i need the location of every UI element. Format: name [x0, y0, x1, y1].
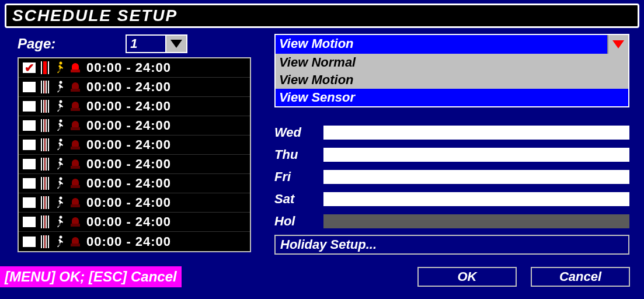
window-title: SCHEDULE SETUP — [5, 4, 639, 28]
day-bar[interactable] — [323, 126, 629, 140]
svg-point-2 — [60, 100, 62, 103]
motion-icon — [54, 196, 67, 210]
schedule-time: 00:00 - 24:00 — [86, 79, 171, 95]
motion-icon — [54, 138, 67, 152]
schedule-time: 00:00 - 24:00 — [86, 137, 171, 152]
svg-point-3 — [60, 120, 62, 123]
schedule-row[interactable]: 00:00 - 24:00 — [19, 97, 250, 116]
film-icon — [39, 61, 51, 75]
ok-button[interactable]: OK — [417, 267, 517, 287]
view-option[interactable]: View Normal — [276, 54, 628, 71]
schedule-row[interactable]: 00:00 - 24:00 — [19, 135, 250, 155]
view-option[interactable]: View Sensor — [276, 89, 628, 106]
day-row: Fri — [274, 166, 629, 188]
schedule-checkbox[interactable] — [22, 81, 36, 93]
svg-point-7 — [60, 197, 62, 200]
day-row: Sat — [274, 188, 629, 210]
svg-point-5 — [60, 158, 62, 161]
schedule-row[interactable]: 00:00 - 24:00 — [19, 193, 250, 213]
hint-text: [MENU] OK; [ESC] Cancel — [0, 266, 182, 287]
sensor-icon — [69, 61, 82, 75]
schedule-checkbox[interactable] — [22, 197, 36, 208]
schedule-row[interactable]: 00:00 - 24:00 — [19, 174, 250, 193]
svg-point-6 — [60, 178, 62, 180]
sensor-icon — [69, 99, 82, 113]
schedule-time: 00:00 - 24:00 — [86, 157, 171, 172]
schedule-row[interactable]: 00:00 - 24:00 — [19, 213, 250, 232]
schedule-checkbox[interactable] — [22, 120, 36, 131]
svg-point-4 — [60, 139, 62, 142]
day-bar[interactable] — [323, 148, 629, 162]
sensor-icon — [69, 119, 82, 133]
schedule-row[interactable]: 00:00 - 24:00 — [19, 116, 250, 135]
holiday-setup-button[interactable]: Holiday Setup... — [274, 235, 629, 255]
page-value: 1 — [126, 34, 166, 53]
view-option[interactable]: View Motion — [276, 71, 628, 89]
chevron-down-icon — [612, 40, 624, 48]
schedule-row[interactable]: 00:00 - 24:00 — [19, 232, 250, 251]
film-icon — [39, 80, 51, 94]
right-panel: View Motion View NormalView MotionView S… — [274, 34, 631, 252]
left-panel: Page: 1 ✔00:00 - 24:0000:00 - 24:0000:00… — [18, 34, 251, 252]
view-options-list: View NormalView MotionView Sensor — [276, 54, 628, 106]
schedule-checkbox[interactable] — [22, 178, 36, 189]
cancel-button[interactable]: Cancel — [531, 267, 630, 287]
day-label: Wed — [274, 125, 309, 140]
film-icon — [39, 99, 51, 113]
motion-icon — [54, 215, 67, 229]
sensor-icon — [69, 138, 82, 152]
sensor-icon — [69, 235, 82, 249]
schedule-checkbox[interactable] — [22, 139, 36, 151]
svg-point-1 — [60, 81, 62, 84]
schedule-list: ✔00:00 - 24:0000:00 - 24:0000:00 - 24:00… — [18, 57, 251, 252]
day-bar[interactable] — [323, 170, 629, 184]
film-icon — [39, 196, 51, 210]
schedule-checkbox[interactable]: ✔ — [22, 62, 36, 74]
day-grid: WedThuFriSatHol — [274, 121, 629, 232]
view-dropdown-button[interactable] — [607, 35, 628, 54]
schedule-checkbox[interactable] — [22, 216, 36, 228]
schedule-time: 00:00 - 24:00 — [86, 118, 171, 133]
motion-icon — [54, 61, 67, 75]
page-label: Page: — [18, 36, 55, 52]
schedule-checkbox[interactable] — [22, 236, 36, 248]
schedule-checkbox[interactable] — [22, 100, 36, 112]
schedule-row[interactable]: ✔00:00 - 24:00 — [19, 58, 250, 78]
sensor-icon — [69, 196, 82, 210]
motion-icon — [54, 119, 67, 133]
motion-icon — [54, 99, 67, 113]
page-select[interactable]: 1 — [126, 34, 187, 53]
motion-icon — [54, 235, 67, 249]
schedule-time: 00:00 - 24:00 — [86, 234, 171, 249]
schedule-time: 00:00 - 24:00 — [86, 60, 171, 75]
day-label: Fri — [274, 169, 309, 185]
svg-point-9 — [60, 235, 62, 238]
sensor-icon — [69, 176, 82, 190]
motion-icon — [54, 80, 67, 94]
chevron-down-icon — [170, 40, 182, 48]
sensor-icon — [69, 157, 82, 171]
sensor-icon — [69, 80, 82, 94]
page-dropdown-button[interactable] — [166, 34, 187, 53]
film-icon — [39, 119, 51, 133]
day-row: Thu — [274, 144, 629, 166]
day-label: Hol — [274, 214, 309, 229]
view-dropdown[interactable]: View Motion View NormalView MotionView S… — [274, 34, 629, 107]
day-bar[interactable] — [323, 214, 629, 228]
day-row: Hol — [274, 210, 629, 232]
day-bar[interactable] — [323, 192, 629, 206]
view-selected-value: View Motion — [276, 35, 607, 54]
schedule-time: 00:00 - 24:00 — [86, 176, 171, 191]
svg-point-0 — [60, 62, 62, 65]
schedule-time: 00:00 - 24:00 — [86, 214, 171, 230]
schedule-checkbox[interactable] — [22, 158, 36, 170]
sensor-icon — [69, 215, 82, 229]
schedule-row[interactable]: 00:00 - 24:00 — [19, 155, 250, 174]
day-label: Sat — [274, 192, 309, 207]
film-icon — [39, 138, 51, 152]
film-icon — [39, 157, 51, 171]
schedule-row[interactable]: 00:00 - 24:00 — [19, 78, 250, 97]
schedule-time: 00:00 - 24:00 — [86, 99, 171, 114]
schedule-time: 00:00 - 24:00 — [86, 195, 171, 210]
motion-icon — [54, 157, 67, 171]
